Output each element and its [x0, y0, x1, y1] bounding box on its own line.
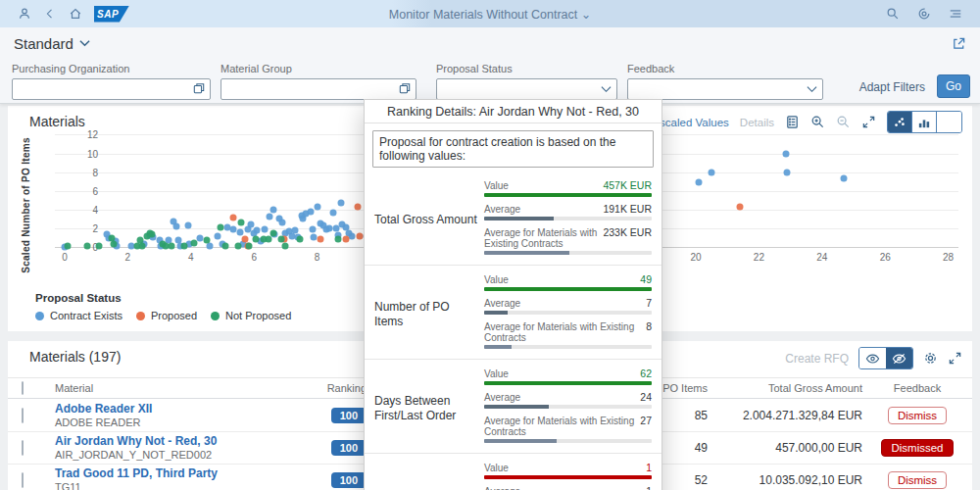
bar-chart-icon[interactable] [912, 112, 937, 132]
column-feedback[interactable]: Feedback [862, 382, 972, 394]
data-point-not-proposed[interactable] [270, 229, 276, 236]
app-title-menu[interactable]: Monitor Materials Without Contract [389, 8, 577, 22]
data-point-contract-exists[interactable] [709, 169, 715, 175]
data-point-not-proposed[interactable] [238, 220, 245, 226]
data-point-not-proposed[interactable] [235, 242, 242, 249]
data-point-not-proposed[interactable] [169, 243, 175, 250]
data-point-contract-exists[interactable] [270, 206, 276, 213]
material-link[interactable]: Adobe Reader XII [55, 402, 310, 416]
material-group-input[interactable] [220, 78, 416, 100]
data-point-proposed[interactable] [357, 233, 364, 240]
data-point-not-proposed[interactable] [96, 243, 103, 250]
feedback-dismiss-button[interactable]: Dismiss [888, 471, 947, 489]
create-rfq-button[interactable]: Create RFQ [785, 352, 849, 366]
menu-icon[interactable] [943, 5, 968, 23]
data-point-contract-exists[interactable] [782, 150, 789, 157]
feedback-dismissed-button[interactable]: Dismissed [881, 439, 953, 457]
value-help-icon[interactable] [399, 82, 411, 97]
settings-gear-icon[interactable] [923, 351, 938, 366]
purchasing-organization-input[interactable] [12, 78, 211, 100]
data-point-contract-exists[interactable] [254, 227, 261, 234]
data-point-contract-exists[interactable] [292, 227, 299, 234]
data-point-proposed[interactable] [230, 215, 237, 221]
column-material[interactable]: Material [55, 382, 310, 394]
data-point-not-proposed[interactable] [296, 235, 303, 242]
legend-item-not-proposed[interactable]: Not Proposed [211, 310, 291, 321]
data-point-contract-exists[interactable] [215, 233, 221, 240]
material-link[interactable]: Trad Good 11 PD, Third Party [55, 466, 310, 481]
proposal-status-input[interactable] [436, 78, 617, 100]
data-point-not-proposed[interactable] [138, 243, 145, 250]
copilot-icon[interactable] [911, 5, 937, 23]
data-point-not-proposed[interactable] [282, 242, 289, 249]
data-point-not-proposed[interactable] [65, 243, 72, 250]
data-point-contract-exists[interactable] [236, 228, 243, 235]
data-point-contract-exists[interactable] [308, 208, 315, 215]
data-point-contract-exists[interactable] [262, 225, 269, 232]
select-all-checkbox[interactable] [22, 381, 24, 395]
zoom-in-icon[interactable] [810, 115, 825, 129]
data-point-not-proposed[interactable] [222, 243, 229, 250]
person-icon[interactable] [12, 5, 37, 23]
table-view-icon[interactable] [937, 112, 961, 132]
adapt-filters-button[interactable]: Adapt Filters [859, 80, 925, 94]
back-icon[interactable] [37, 5, 63, 23]
data-point-not-proposed[interactable] [265, 236, 271, 243]
table-fullscreen-icon[interactable] [948, 351, 962, 366]
scatter-chart-icon[interactable] [888, 112, 912, 132]
data-point-not-proposed[interactable] [334, 235, 341, 242]
data-point-not-proposed[interactable] [252, 236, 259, 243]
variant-selector[interactable]: Standard [14, 35, 90, 52]
data-point-contract-exists[interactable] [337, 200, 344, 207]
row-checkbox[interactable] [22, 440, 24, 456]
column-ranking[interactable]: Ranking [310, 382, 367, 394]
data-point-not-proposed[interactable] [277, 235, 284, 242]
data-point-contract-exists[interactable] [314, 204, 320, 211]
zoom-out-icon[interactable] [836, 115, 851, 129]
data-point-not-proposed[interactable] [246, 243, 253, 250]
data-point-not-proposed[interactable] [191, 240, 198, 247]
data-point-proposed[interactable] [737, 203, 744, 210]
data-point-contract-exists[interactable] [267, 214, 273, 220]
column-gross-amount[interactable]: Total Gross Amount [708, 382, 862, 394]
data-point-proposed[interactable] [355, 203, 362, 210]
feedback-input[interactable] [627, 78, 823, 100]
data-point-not-proposed[interactable] [83, 242, 90, 249]
data-point-not-proposed[interactable] [148, 231, 155, 238]
share-icon[interactable] [952, 36, 966, 51]
data-point-not-proposed[interactable] [203, 236, 210, 243]
eye-slash-icon[interactable] [886, 348, 912, 368]
data-point-not-proposed[interactable] [181, 243, 188, 250]
data-point-contract-exists[interactable] [329, 209, 336, 216]
data-point-contract-exists[interactable] [784, 169, 791, 175]
feedback-dismiss-button[interactable]: Dismiss [888, 407, 947, 424]
data-point-contract-exists[interactable] [309, 225, 316, 232]
data-point-contract-exists[interactable] [247, 221, 254, 228]
chevron-down-icon[interactable]: ⌄ [581, 8, 591, 22]
legend-item-proposed[interactable]: Proposed [136, 310, 197, 321]
legend-item-contract-exists[interactable]: Contract Exists [35, 310, 122, 321]
data-point-not-proposed[interactable] [218, 223, 224, 230]
value-help-icon[interactable] [193, 82, 205, 97]
eye-icon[interactable] [859, 348, 886, 368]
chevron-down-icon[interactable] [601, 82, 612, 96]
material-link[interactable]: Air Jordan Why Not - Red, 30 [55, 434, 310, 449]
row-checkbox[interactable] [22, 472, 24, 488]
fullscreen-icon[interactable] [861, 115, 876, 129]
legend-icon[interactable] [785, 115, 800, 129]
data-point-contract-exists[interactable] [841, 175, 848, 182]
data-point-contract-exists[interactable] [279, 220, 286, 226]
row-checkbox[interactable] [22, 408, 24, 423]
search-icon[interactable] [880, 5, 906, 23]
data-point-contract-exists[interactable] [184, 222, 191, 229]
details-button[interactable]: Details [740, 117, 774, 128]
data-point-contract-exists[interactable] [207, 243, 214, 250]
go-button[interactable]: Go [937, 74, 970, 98]
data-point-contract-exists[interactable] [349, 233, 356, 240]
data-point-contract-exists[interactable] [696, 179, 703, 186]
data-point-not-proposed[interactable] [110, 240, 117, 247]
data-point-contract-exists[interactable] [173, 222, 180, 229]
chevron-down-icon[interactable] [807, 82, 817, 96]
data-point-proposed[interactable] [317, 236, 323, 243]
data-point-proposed[interactable] [342, 236, 349, 243]
